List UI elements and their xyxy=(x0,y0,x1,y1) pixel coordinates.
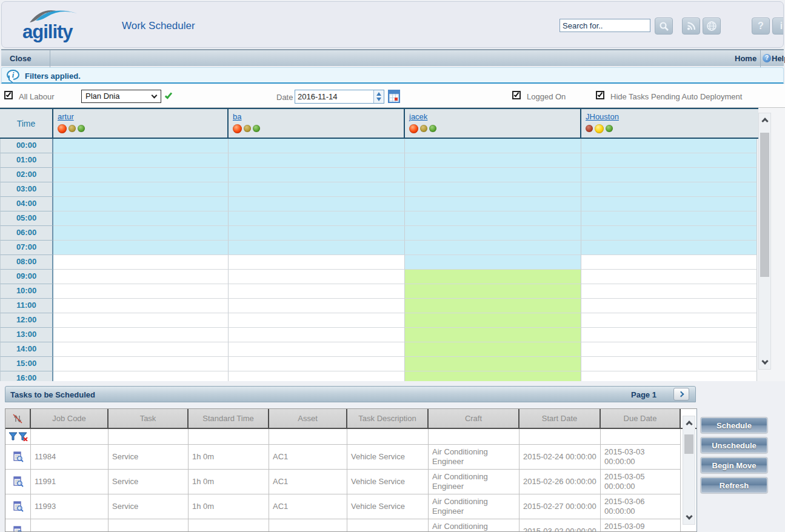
schedule-cell[interactable] xyxy=(229,255,405,270)
filter-cell[interactable] xyxy=(269,429,347,445)
schedule-cell[interactable] xyxy=(53,197,229,211)
close-button[interactable]: Close xyxy=(10,54,31,63)
view-details-icon[interactable] xyxy=(13,501,24,512)
schedule-cell[interactable] xyxy=(581,371,757,381)
schedule-cell[interactable] xyxy=(229,182,405,197)
hide-tasks-checkbox[interactable] xyxy=(596,91,604,99)
schedule-cell[interactable] xyxy=(229,284,405,299)
schedule-cell[interactable] xyxy=(581,299,757,313)
schedule-cell[interactable] xyxy=(229,371,405,381)
schedule-cell[interactable] xyxy=(405,270,581,284)
schedule-cell[interactable] xyxy=(229,299,405,313)
scrollbar-thumb[interactable] xyxy=(760,133,769,277)
search-input[interactable] xyxy=(560,19,650,32)
schedule-cell[interactable] xyxy=(229,211,405,226)
filter-icon[interactable] xyxy=(8,432,18,441)
column-header-task[interactable]: Task xyxy=(109,409,189,428)
begin-move-button[interactable]: Begin Move xyxy=(700,457,768,474)
home-link[interactable]: Home xyxy=(735,54,757,63)
filter-cell[interactable] xyxy=(601,429,681,445)
schedule-cell[interactable] xyxy=(229,168,405,182)
schedule-cell[interactable] xyxy=(405,153,581,168)
schedule-cell[interactable] xyxy=(405,197,581,211)
schedule-cell[interactable] xyxy=(229,328,405,342)
schedule-cell[interactable] xyxy=(581,284,757,299)
schedule-cell[interactable] xyxy=(229,342,405,357)
schedule-cell[interactable] xyxy=(229,197,405,211)
schedule-cell[interactable] xyxy=(405,182,581,197)
globe-button[interactable] xyxy=(703,18,721,35)
table-row[interactable]: 11984Service1h 0mAC1Vehicle ServiceAir C… xyxy=(5,445,696,470)
schedule-cell[interactable] xyxy=(53,255,229,270)
schedule-cell[interactable] xyxy=(53,371,229,381)
logged-on-checkbox[interactable] xyxy=(512,91,521,99)
schedule-cell[interactable] xyxy=(53,357,229,371)
schedule-cell[interactable] xyxy=(53,299,229,313)
help-button[interactable]: ? xyxy=(752,18,770,35)
next-page-button[interactable] xyxy=(673,388,689,401)
schedule-cell[interactable] xyxy=(405,255,581,270)
schedule-cell[interactable] xyxy=(53,284,229,299)
schedule-cell[interactable] xyxy=(405,328,581,342)
schedule-cell[interactable] xyxy=(53,342,229,357)
schedule-cell[interactable] xyxy=(405,226,581,241)
column-header-start-date[interactable]: Start Date xyxy=(519,409,601,428)
resource-link-jhouston[interactable]: JHouston xyxy=(586,112,619,121)
schedule-cell[interactable] xyxy=(229,270,405,284)
unschedule-button[interactable]: Unschedule xyxy=(700,437,768,454)
schedule-cell[interactable] xyxy=(229,357,405,371)
schedule-cell[interactable] xyxy=(229,226,405,241)
help-link[interactable]: Help xyxy=(772,54,785,63)
schedule-cell[interactable] xyxy=(229,153,405,168)
resource-link-ba[interactable]: ba xyxy=(233,112,241,121)
scrollbar-thumb[interactable] xyxy=(684,434,693,454)
schedule-button[interactable]: Schedule xyxy=(700,417,768,434)
schedule-cell[interactable] xyxy=(581,328,757,342)
schedule-cell[interactable] xyxy=(405,139,581,153)
schedule-cell[interactable] xyxy=(229,313,405,328)
schedule-cell[interactable] xyxy=(53,211,229,226)
resource-link-jacek[interactable]: jacek xyxy=(409,112,427,121)
refresh-button[interactable]: Refresh xyxy=(700,477,768,494)
rss-button[interactable] xyxy=(682,18,700,35)
schedule-cell[interactable] xyxy=(581,342,757,357)
schedule-cell[interactable] xyxy=(53,182,229,197)
view-details-icon[interactable] xyxy=(13,526,24,532)
schedule-cell[interactable] xyxy=(581,241,757,255)
scrollbar-up-button[interactable] xyxy=(759,113,770,127)
about-button[interactable]: i xyxy=(772,18,784,35)
schedule-cell[interactable] xyxy=(53,139,229,153)
column-header-standard-time[interactable]: Standard Time xyxy=(189,409,269,428)
schedule-cell[interactable] xyxy=(405,342,581,357)
schedule-cell[interactable] xyxy=(581,197,757,211)
schedule-cell[interactable] xyxy=(229,139,405,153)
scrollbar-down-button[interactable] xyxy=(683,511,695,524)
all-labour-checkbox[interactable] xyxy=(4,91,13,99)
view-details-icon[interactable] xyxy=(13,451,24,462)
filter-cell[interactable] xyxy=(189,429,269,445)
schedule-cell[interactable] xyxy=(53,153,229,168)
schedule-cell[interactable] xyxy=(581,270,757,284)
schedule-cell[interactable] xyxy=(405,357,581,371)
schedule-cell[interactable] xyxy=(581,139,757,153)
filter-cell[interactable] xyxy=(109,429,189,445)
column-header-asset[interactable]: Asset xyxy=(269,409,347,428)
calendar-button[interactable] xyxy=(388,90,400,103)
schedule-cell[interactable] xyxy=(405,168,581,182)
schedule-cell[interactable] xyxy=(581,211,757,226)
schedule-cell[interactable] xyxy=(581,255,757,270)
table-row[interactable]: Air Conditioning Engineer2015-03-02 00:0… xyxy=(5,519,696,532)
schedule-cell[interactable] xyxy=(53,328,229,342)
search-button[interactable] xyxy=(655,18,673,35)
schedule-cell[interactable] xyxy=(405,313,581,328)
schedule-cell[interactable] xyxy=(405,299,581,313)
schedule-cell[interactable] xyxy=(405,371,581,381)
schedule-cell[interactable] xyxy=(53,168,229,182)
filter-cell[interactable] xyxy=(519,429,601,445)
schedule-cell[interactable] xyxy=(405,211,581,226)
schedule-cell[interactable] xyxy=(53,270,229,284)
schedule-cell[interactable] xyxy=(581,182,757,197)
date-spinner[interactable] xyxy=(373,90,384,103)
column-header-job-code[interactable]: Job Code xyxy=(31,409,109,428)
schedule-cell[interactable] xyxy=(229,241,405,255)
